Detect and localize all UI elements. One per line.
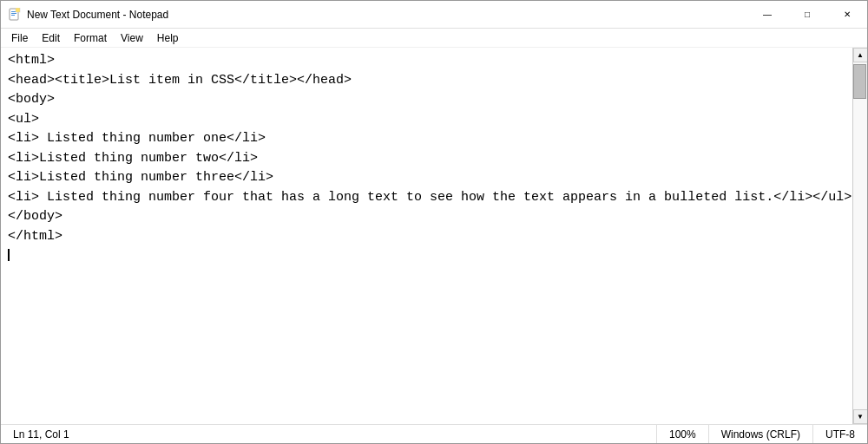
status-encoding: UTF-8	[812, 425, 867, 443]
menu-bar: File Edit Format View Help	[1, 29, 867, 48]
editor-area: <html> <head><title>List item in CSS</ti…	[1, 48, 867, 424]
title-bar-controls: — □ ✕	[747, 1, 867, 29]
maximize-button[interactable]: □	[787, 1, 827, 29]
svg-rect-4	[16, 8, 20, 12]
menu-help[interactable]: Help	[150, 30, 186, 46]
minimize-button[interactable]: —	[747, 1, 787, 29]
svg-rect-3	[11, 15, 15, 16]
notepad-icon	[8, 8, 22, 22]
menu-file[interactable]: File	[4, 30, 35, 46]
window-title: New Text Document - Notepad	[27, 9, 168, 21]
scroll-down-arrow[interactable]: ▼	[853, 409, 868, 424]
scrollbar-track[interactable]	[853, 62, 867, 409]
scroll-up-arrow[interactable]: ▲	[853, 48, 868, 62]
cursor	[8, 249, 10, 261]
scrollbar-thumb[interactable]	[853, 64, 866, 99]
scrollbar-vertical[interactable]: ▲ ▼	[852, 48, 867, 424]
notepad-window: New Text Document - Notepad — □ ✕ File E…	[0, 0, 868, 444]
menu-view[interactable]: View	[114, 30, 150, 46]
status-position: Ln 11, Col 1	[1, 425, 82, 443]
status-line-ending: Windows (CRLF)	[708, 425, 812, 443]
title-bar-left: New Text Document - Notepad	[8, 8, 168, 22]
status-bar: Ln 11, Col 1 100% Windows (CRLF) UTF-8	[1, 424, 867, 443]
menu-edit[interactable]: Edit	[35, 30, 67, 46]
title-bar: New Text Document - Notepad — □ ✕	[1, 1, 867, 29]
close-button[interactable]: ✕	[827, 1, 867, 29]
svg-rect-2	[11, 13, 16, 14]
editor-content[interactable]: <html> <head><title>List item in CSS</ti…	[1, 48, 852, 424]
menu-format[interactable]: Format	[67, 30, 114, 46]
status-zoom: 100%	[656, 425, 708, 443]
